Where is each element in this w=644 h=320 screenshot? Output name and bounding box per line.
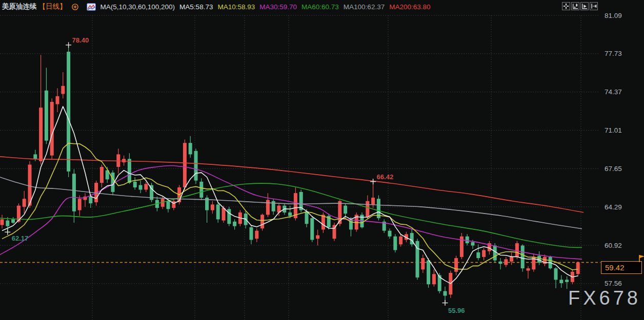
candle-body [493, 246, 497, 261]
candle-body [305, 211, 309, 224]
price-annotation: 55.96 [448, 307, 465, 314]
ma100-line [0, 177, 582, 229]
candle-body [78, 199, 82, 210]
candle-body [67, 52, 70, 172]
add-indicator-icon[interactable] [71, 3, 79, 11]
candle-body [139, 185, 143, 190]
candle-body [515, 243, 519, 257]
candle-body [444, 291, 447, 296]
candle-body [11, 219, 15, 223]
jump-to-start-icon[interactable] [571, 2, 579, 10]
candle-body [344, 206, 347, 214]
candle-body [194, 151, 198, 181]
candle-body [393, 237, 397, 250]
candle-body [183, 143, 187, 187]
candle-body [6, 221, 9, 226]
pan-icon[interactable] [562, 2, 570, 10]
candle-body [144, 184, 148, 189]
candle-body [72, 174, 76, 211]
candle-body [128, 159, 131, 183]
play-forward-icon[interactable] [580, 2, 589, 10]
chart-toolbar [562, 2, 598, 10]
y-axis-label: 57.56 [605, 280, 622, 287]
candle-body [45, 91, 48, 141]
candle-body [454, 258, 458, 272]
candle-body [216, 204, 220, 219]
candle-body [504, 259, 508, 265]
ma5-value: MA5:58.73 [179, 3, 213, 11]
y-axis-label: 64.29 [605, 203, 622, 211]
candle-body [233, 222, 236, 226]
candle-body [366, 201, 369, 217]
candle-body [250, 227, 253, 240]
period-label[interactable]: 【日线】 [39, 2, 67, 11]
candle-body [33, 154, 37, 159]
ma200-value: MA200:63.80 [389, 3, 430, 11]
candle-body [554, 268, 558, 280]
candle-body [100, 167, 104, 183]
candle-body [189, 143, 192, 154]
fx678-watermark: FX678 [568, 287, 641, 309]
symbol-name[interactable]: 美原油连续 [2, 2, 37, 11]
candle-body [466, 237, 469, 243]
candle-body [211, 204, 214, 210]
ma30-value: MA30:59.70 [259, 3, 297, 11]
jump-to-latest-icon[interactable] [590, 2, 598, 10]
candle-body [199, 182, 203, 198]
candle-body [510, 257, 513, 262]
candle-body [260, 215, 264, 228]
price-annotation: 78.40 [72, 36, 89, 44]
candle-body [266, 200, 270, 215]
candle-body [23, 199, 26, 207]
candle-body [56, 96, 59, 104]
y-axis-label: 60.92 [605, 242, 622, 249]
y-axis-label: 67.65 [605, 165, 622, 173]
candle-body [222, 208, 226, 220]
candle-body [61, 86, 65, 94]
price-annotation: 66.42 [377, 173, 394, 181]
candle-body [559, 280, 563, 283]
candle-body [427, 261, 430, 285]
candle-body [527, 268, 530, 270]
candle-body [537, 256, 541, 263]
candle-body [476, 252, 480, 258]
candle-body [399, 237, 402, 245]
candle-body [565, 280, 569, 282]
candle-body [288, 212, 292, 216]
candle-body [499, 262, 502, 264]
candle-body [316, 236, 319, 239]
alert-flag-icon[interactable] [638, 254, 644, 265]
y-axis-label: 81.09 [605, 12, 622, 19]
ma10-value: MA10:58.93 [217, 3, 255, 11]
candle-body [133, 182, 137, 187]
candle-body [482, 250, 486, 257]
chart-legend: 美原油连续 【日线】 MA(5,10,30,60,100,200) MA5:58… [2, 2, 430, 12]
candle-body [255, 231, 258, 239]
candle-body [172, 201, 175, 208]
candlestick-chart[interactable]: 62.1778.4066.4255.9681.0977.7374.3771.01… [0, 0, 644, 320]
y-axis-label: 77.73 [605, 50, 622, 57]
candle-body [1, 219, 4, 225]
candle-body [122, 159, 126, 162]
chart-style-icon[interactable] [87, 3, 96, 11]
candle-body [89, 197, 92, 203]
ma-settings-label[interactable]: MA(5,10,30,60,100,200) [100, 3, 175, 11]
candle-body [432, 274, 436, 284]
candle-body [227, 209, 231, 224]
candle-body [50, 102, 54, 156]
price-annotation: 62.17 [12, 234, 29, 242]
y-axis-label: 74.37 [605, 88, 622, 96]
chart-window: 62.1778.4066.4255.9681.0977.7374.3771.01… [0, 0, 644, 320]
candle-body [388, 231, 392, 237]
candle-body [471, 242, 475, 246]
ma100-value: MA100:62.37 [344, 3, 385, 11]
candle-body [371, 198, 375, 204]
candle-body [167, 201, 170, 209]
y-axis-label: 71.01 [605, 126, 622, 134]
ma60-value: MA60:60.73 [301, 3, 339, 11]
candle-body [521, 246, 525, 269]
candle-body [310, 218, 314, 240]
candle-body [576, 263, 580, 274]
ma5-line [2, 106, 578, 284]
current-price-tag: 59.42 [601, 261, 642, 274]
